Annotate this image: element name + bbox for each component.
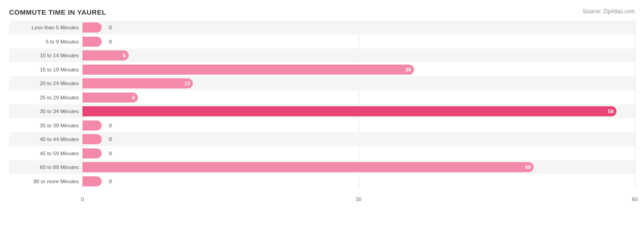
bar-label: 20 to 24 Minutes (9, 81, 82, 86)
bar-fill: 0 (82, 176, 102, 186)
bar-row: 25 to 29 Minutes6 (9, 91, 635, 104)
chart-container: COMMUTE TIME IN YAUREL Source: ZipAtlas.… (0, 0, 644, 240)
bar-fill: 0 (82, 134, 102, 144)
grid-line (635, 21, 635, 188)
bar-track: 0 (82, 176, 635, 186)
bar-row: Less than 5 Minutes0 (9, 21, 635, 34)
bar-row: 20 to 24 Minutes12 (9, 76, 635, 90)
bar-row: 60 to 89 Minutes49 (9, 160, 635, 174)
bar-track: 0 (82, 22, 635, 33)
bar-label: 15 to 19 Minutes (9, 67, 82, 72)
bar-value: 36 (405, 67, 411, 72)
bar-fill: 0 (82, 22, 102, 33)
bar-label: 10 to 14 Minutes (9, 53, 82, 58)
bar-fill: 6 (82, 93, 138, 103)
bar-label: 90 or more Minutes (9, 179, 82, 184)
bar-label: 25 to 29 Minutes (9, 95, 82, 100)
bar-value: 49 (525, 164, 531, 170)
bar-row: 45 to 59 Minutes0 (9, 147, 635, 160)
bar-track: 49 (82, 162, 635, 172)
bar-row: 10 to 14 Minutes5 (9, 49, 635, 62)
bars-wrapper: Less than 5 Minutes05 to 9 Minutes010 to… (9, 21, 635, 188)
x-axis-tick: 0 (81, 196, 84, 202)
bar-value: 0 (109, 179, 112, 184)
bar-track: 12 (82, 78, 635, 88)
chart-header: COMMUTE TIME IN YAUREL Source: ZipAtlas.… (9, 8, 635, 16)
bar-fill: 58 (82, 106, 617, 116)
bar-row: 35 to 39 Minutes0 (9, 119, 635, 132)
bar-row: 30 to 34 Minutes58 (9, 104, 635, 118)
bar-fill: 0 (82, 120, 102, 131)
bar-fill: 36 (82, 65, 414, 75)
bar-value: 6 (132, 95, 135, 100)
bar-track: 0 (82, 148, 635, 158)
bar-fill: 0 (82, 37, 102, 47)
bar-fill: 12 (82, 78, 193, 88)
bar-row: 5 to 9 Minutes0 (9, 35, 635, 49)
bar-row: 15 to 19 Minutes36 (9, 63, 635, 76)
bar-value: 0 (109, 151, 112, 156)
bar-value: 0 (109, 39, 112, 44)
bar-label: 40 to 44 Minutes (9, 136, 82, 142)
bar-label: 30 to 34 Minutes (9, 109, 82, 114)
bar-value: 5 (123, 53, 126, 58)
chart-source: Source: ZipAtlas.com (583, 8, 635, 15)
bar-value: 0 (109, 123, 112, 128)
bar-track: 58 (82, 106, 635, 116)
bar-fill: 5 (82, 50, 129, 60)
bar-fill: 49 (82, 162, 534, 172)
x-axis-tick: 60 (632, 196, 638, 202)
bar-track: 36 (82, 65, 635, 75)
bar-row: 40 to 44 Minutes0 (9, 132, 635, 146)
x-axis-tick: 30 (356, 196, 362, 202)
bar-track: 0 (82, 134, 635, 144)
bar-label: Less than 5 Minutes (9, 25, 82, 30)
bar-fill: 0 (82, 148, 102, 158)
bar-value: 12 (184, 81, 190, 86)
chart-title: COMMUTE TIME IN YAUREL (9, 8, 106, 16)
bar-value: 58 (608, 109, 614, 114)
bar-track: 0 (82, 120, 635, 131)
bar-label: 35 to 39 Minutes (9, 123, 82, 128)
chart-area: Less than 5 Minutes05 to 9 Minutes010 to… (9, 21, 635, 202)
bar-row: 90 or more Minutes0 (9, 175, 635, 188)
bar-label: 45 to 59 Minutes (9, 151, 82, 156)
bar-track: 5 (82, 50, 635, 60)
bar-track: 0 (82, 37, 635, 47)
bar-label: 5 to 9 Minutes (9, 39, 82, 44)
bar-label: 60 to 89 Minutes (9, 164, 82, 170)
bar-track: 6 (82, 93, 635, 103)
x-axis: 03060 (82, 188, 635, 202)
bar-value: 0 (109, 136, 112, 142)
bar-value: 0 (109, 25, 112, 30)
